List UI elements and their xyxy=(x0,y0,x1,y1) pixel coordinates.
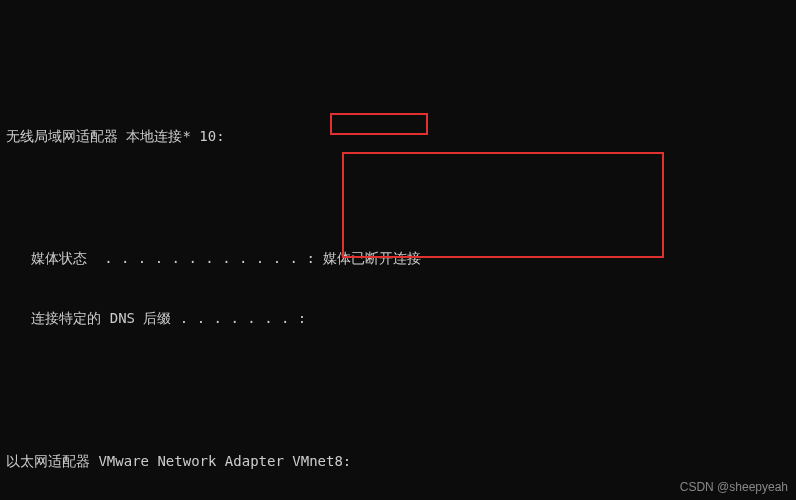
config-row: 连接特定的 DNS 后缀 . . . . . . . : xyxy=(6,308,790,328)
row-value: 媒体已断开连接 xyxy=(323,250,421,266)
adapter-header: 以太网适配器 VMware Network Adapter VMnet8: xyxy=(6,451,790,471)
config-row: 媒体状态 . . . . . . . . . . . . : 媒体已断开连接 xyxy=(6,248,790,268)
adapter-header: 无线局域网适配器 本地连接* 10: xyxy=(6,126,790,146)
blank-line xyxy=(6,369,790,389)
watermark: CSDN @sheepyeah xyxy=(680,479,788,496)
blank-line xyxy=(6,187,790,207)
row-label: 媒体状态 . . . . . . . . . . . . : xyxy=(6,250,323,266)
header-text: 以太网适配器 VMware Network Adapter xyxy=(6,453,292,469)
header-boxed: VMnet8: xyxy=(292,453,351,469)
header-text: 无线局域网适配器 本地连接* 10: xyxy=(6,128,225,144)
row-label: 连接特定的 DNS 后缀 . . . . . . . : xyxy=(6,310,306,326)
terminal-output: 无线局域网适配器 本地连接* 10: 媒体状态 . . . . . . . . … xyxy=(0,81,796,500)
